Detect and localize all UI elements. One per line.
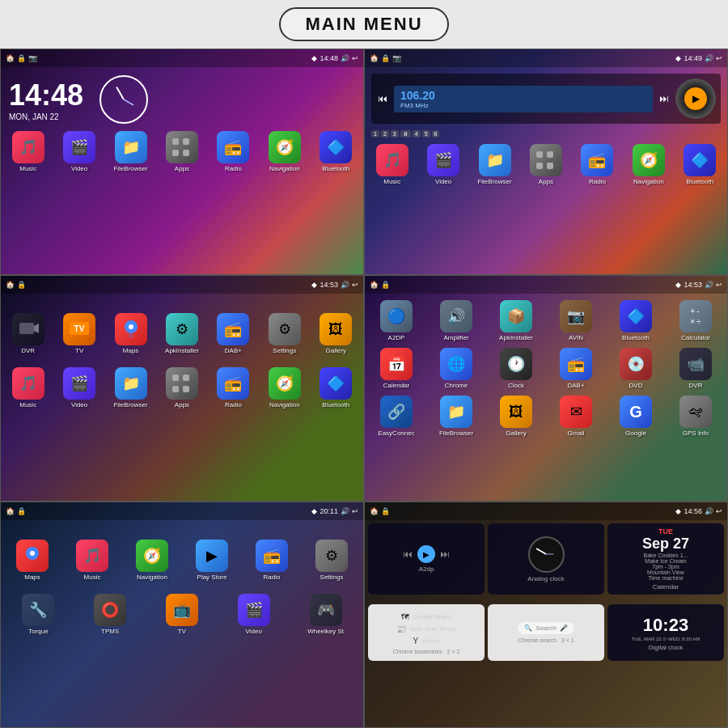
preset-2[interactable]: 2 [381,130,389,138]
app-dab-3[interactable]: 📻 DAB+ [211,313,256,354]
widget-a2dp[interactable]: ⏮ ▶ ⏭ A2dp [368,523,485,595]
time-4: 14:53 [684,281,702,289]
app-video-1[interactable]: 🎬 Video [57,131,102,172]
play-button[interactable]: ▶ [684,87,707,110]
preset-3[interactable]: 3 [391,130,399,138]
search-placeholder[interactable]: Search [535,624,556,632]
app-dvd[interactable]: 💿 DVD [614,348,658,389]
screen-4: 🏠 🔒 ◆ 14:53 🔊 ↩ 🔵 A2DP 🔊 Amplifier [364,275,728,502]
app-apps-1[interactable]: Apps [159,131,204,172]
app-bluetooth-2[interactable]: 🔷 Bluetooth [678,144,722,185]
app-torque[interactable]: 🔧 Torque [16,594,61,635]
app-video-3[interactable]: 🎬 Video [57,367,102,408]
app-bluetooth-3[interactable]: 🔷 Bluetooth [314,367,358,408]
preset-6[interactable]: 6 [432,130,440,138]
app-apkinstaller-4[interactable]: 📦 ApkInstaller [494,300,539,341]
app-gallery-4[interactable]: 🖼 Gallery [494,396,539,437]
radio-next[interactable]: ⏭ [658,93,671,104]
app-maps-5[interactable]: Maps [11,540,55,581]
signal-icon: ◆ [311,54,317,62]
app-music-5[interactable]: 🎵 Music [70,540,115,581]
app-avin[interactable]: 📷 AVIN [554,300,599,341]
time-6: 14:56 [684,507,702,515]
mic-icon[interactable]: 🎤 [560,624,568,632]
a2dp-play[interactable]: ▶ [417,545,435,563]
lock-icon-5: 🔒 [17,507,26,515]
app-dab-4[interactable]: 📻 DAB+ [554,348,599,389]
app-dvr-3[interactable]: DVR [6,313,50,354]
app-apps-3[interactable]: Apps [159,367,204,408]
app-navigation-5[interactable]: 🧭 Navigation [130,540,175,581]
app-wheelkey[interactable]: 🎮 Wheelkey St [303,594,348,635]
home-icon-5: 🏠 [6,507,15,515]
app-navigation-2[interactable]: 🧭 Navigation [626,144,671,185]
app-tv-3[interactable]: TV TV [57,313,102,354]
app-video-2[interactable]: 🎬 Video [421,144,466,185]
app-gpsinfo[interactable]: 🛩 GPS Info [674,396,718,437]
app-calendar[interactable]: 📅 Calendar [375,348,419,389]
app-clock[interactable]: 🕐 Clock [494,348,539,389]
widget-chrome-bookmarks[interactable]: 🗺 Google Maps 📰 New York Times Y Yahoo C… [368,604,485,661]
app-music-1[interactable]: 🎵 Music [6,131,50,172]
preset-4[interactable]: 4 [413,130,421,138]
preset-1[interactable]: 1 [371,130,379,138]
app-gmail[interactable]: ✉ Gmail [554,396,599,437]
app-video-5[interactable]: 🎬 Video [231,594,276,635]
a2dp-prev[interactable]: ⏮ [403,548,413,560]
app-amplifier[interactable]: 🔊 Amplifier [434,300,479,341]
app-easyconnec[interactable]: 🔗 EasyConnec [375,396,419,437]
digital-clock-time: 10:23 [643,615,688,636]
app-navigation-3[interactable]: 🧭 Navigation [262,367,307,408]
signal-icon-4: ◆ [675,281,681,289]
radio-prev[interactable]: ⏮ [376,93,389,104]
widget-calendar[interactable]: TUE Sep 27 Bake Cookies 1... Make Ice Cr… [607,523,724,595]
signal-icon-6: ◆ [675,507,681,515]
app-filebrowser-1[interactable]: 📁 FileBrowser [108,131,153,172]
app-apkinstaller-3[interactable]: ⚙ ApkInstaller [159,313,204,354]
app-maps-3[interactable]: G Maps [108,313,153,354]
yahoo-link[interactable]: Yahoo [421,637,440,645]
pause-btn[interactable]: ⏸ [400,130,411,138]
app-tpms[interactable]: ⭕ TPMS [88,594,133,635]
app-dvr-4[interactable]: 📹 DVR [674,348,718,389]
google-maps-link[interactable]: Google Maps [413,613,451,620]
app-radio-2[interactable]: 📻 Radio [575,144,620,185]
app-a2dp[interactable]: 🔵 A2DP [375,300,419,341]
svg-text:G: G [129,332,133,338]
app-filebrowser-3[interactable]: 📁 FileBrowser [108,367,153,408]
app-gallery-3[interactable]: 🖼 Gallery [314,313,358,354]
app-tv-5[interactable]: 📺 TV [159,594,204,635]
app-playstore[interactable]: ▶ Play Store [190,540,235,581]
app-radio-1[interactable]: 📻 Radio [211,131,256,172]
app-settings-3[interactable]: ⚙ Settings [262,313,307,354]
status-bar-1: 🏠 🔒 📷 ◆ 14:48 🔊 ↩ [1,49,363,67]
app-filebrowser-4[interactable]: 📁 FileBrowser [434,396,479,437]
calendar-date: Sep 27 [642,535,689,552]
digital-date: MON, JAN 22 [9,112,83,121]
app-apps-2[interactable]: Apps [523,144,568,185]
widget-chrome-search[interactable]: 🔍 Search 🎤 Chrome search 3 × 1 [488,604,604,661]
app-music-2[interactable]: 🎵 Music [370,144,414,185]
a2dp-next[interactable]: ⏭ [440,548,450,560]
lock-icon: 🔒 [17,54,26,62]
app-calculator[interactable]: +-×÷ Calculator [674,300,718,341]
preset-5[interactable]: 5 [422,130,430,138]
app-navigation-1[interactable]: 🧭 Navigation [262,131,307,172]
app-settings-5[interactable]: ⚙ Settings [310,540,354,581]
app-filebrowser-2[interactable]: 📁 FileBrowser [472,144,517,185]
app-music-3[interactable]: 🎵 Music [6,367,50,408]
app-bluetooth-1[interactable]: 🔷 Bluetooth [314,131,358,172]
app-chrome[interactable]: 🌐 Chrome [434,348,479,389]
page-header: MAIN MENU [0,0,728,49]
widget-analog-clock: Analog clock [488,523,604,595]
time-5: 20:11 [320,507,338,515]
digital-clock-date: TUE, MAR 22 ⊙ WED, 8:30 AM [632,636,700,641]
back-icon-3: ↩ [352,281,358,289]
app-bluetooth-4[interactable]: 🔷 Bluetooth [614,300,658,341]
back-icon-5: ↩ [352,507,358,515]
app-radio-5[interactable]: 📻 Radio [250,540,294,581]
app-google[interactable]: G Google [614,396,658,437]
app-radio-3[interactable]: 📻 Radio [211,367,256,408]
back-icon-4: ↩ [716,281,722,289]
nyt-link[interactable]: New York Times [409,625,455,633]
